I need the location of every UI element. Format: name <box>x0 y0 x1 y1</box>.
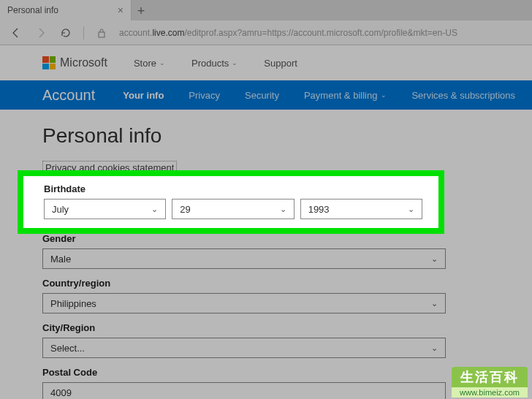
nav-payment-billing[interactable]: Payment & billing ⌄ <box>304 90 387 101</box>
url-text[interactable]: account.live.com/editprof.aspx?amru=http… <box>119 28 457 38</box>
city-label: City/Region <box>42 322 490 333</box>
birthdate-day-value: 29 <box>180 204 190 215</box>
watermark: 生活百科 www.bimeiz.com <box>452 367 528 398</box>
postal-label: Postal Code <box>42 367 490 378</box>
gender-field: Gender Male ⌄ <box>42 233 490 269</box>
url-pre: account. <box>119 28 152 38</box>
svg-rect-0 <box>99 32 104 37</box>
microsoft-logo-icon <box>42 56 56 69</box>
browser-tab-strip: Personal info × + <box>0 0 532 20</box>
nav-products[interactable]: Products ⌄ <box>191 58 238 69</box>
back-button[interactable] <box>9 26 23 40</box>
birthdate-highlight: Birthdate July ⌄ 29 ⌄ 1993 ⌄ <box>18 170 444 234</box>
refresh-button[interactable] <box>58 26 73 40</box>
account-nav: Account Your info Privacy Security Payme… <box>0 80 532 110</box>
new-tab-button[interactable]: + <box>132 1 151 20</box>
postal-field: Postal Code 4009 <box>42 367 490 399</box>
nav-support[interactable]: Support <box>264 58 297 69</box>
chevron-down-icon: ⌄ <box>232 59 238 66</box>
chevron-down-icon: ⌄ <box>151 205 158 214</box>
city-select[interactable]: Select... ⌄ <box>42 338 446 358</box>
nav-security[interactable]: Security <box>245 90 279 101</box>
birthdate-day-select[interactable]: 29 ⌄ <box>172 199 294 219</box>
city-value: Select... <box>50 343 85 354</box>
nav-services[interactable]: Services & subscriptions <box>411 90 515 101</box>
gender-label: Gender <box>42 233 490 244</box>
country-label: Country/region <box>42 278 490 289</box>
postal-input[interactable]: 4009 <box>42 382 446 399</box>
gender-select[interactable]: Male ⌄ <box>42 248 446 269</box>
microsoft-logo[interactable]: Microsoft <box>42 56 107 69</box>
nav-your-info[interactable]: Your info <box>123 90 164 101</box>
country-value: Philippines <box>50 298 96 309</box>
browser-tab[interactable]: Personal info × <box>0 0 132 20</box>
birthdate-label: Birthdate <box>44 183 422 194</box>
lock-icon <box>94 26 109 40</box>
chevron-down-icon: ⌄ <box>408 205 414 214</box>
chevron-down-icon: ⌄ <box>431 254 438 264</box>
birthdate-year-value: 1993 <box>308 204 330 215</box>
url-path: /editprof.aspx?amru=https://account.micr… <box>184 28 457 38</box>
microsoft-logo-text: Microsoft <box>60 56 107 69</box>
close-tab-icon[interactable]: × <box>118 4 123 16</box>
tab-title: Personal info <box>7 5 58 15</box>
watermark-url: www.bimeiz.com <box>452 387 528 398</box>
url-domain: live.com <box>152 28 184 38</box>
separator <box>83 26 84 39</box>
address-bar: account.live.com/editprof.aspx?amru=http… <box>0 20 532 45</box>
nav-privacy[interactable]: Privacy <box>189 90 220 101</box>
account-nav-title[interactable]: Account <box>42 87 95 104</box>
chevron-down-icon: ⌄ <box>381 91 387 99</box>
ms-header: Microsoft Store ⌄ Products ⌄ Support <box>0 45 532 80</box>
forward-button[interactable] <box>34 26 48 40</box>
chevron-down-icon: ⌄ <box>280 205 286 214</box>
chevron-down-icon: ⌄ <box>431 343 438 353</box>
country-field: Country/region Philippines ⌄ <box>42 278 490 314</box>
city-field: City/Region Select... ⌄ <box>42 322 490 358</box>
country-select[interactable]: Philippines ⌄ <box>42 293 446 314</box>
nav-store[interactable]: Store ⌄ <box>134 58 165 69</box>
chevron-down-icon: ⌄ <box>159 59 165 66</box>
content-area: Personal info Privacy and cookies statem… <box>0 110 532 399</box>
birthdate-year-select[interactable]: 1993 ⌄ <box>300 199 422 219</box>
gender-value: Male <box>50 254 71 265</box>
birthdate-month-value: July <box>52 204 69 215</box>
page-title: Personal info <box>42 124 490 148</box>
postal-value: 4009 <box>50 387 72 398</box>
watermark-text: 生活百科 <box>452 367 528 387</box>
birthdate-month-select[interactable]: July ⌄ <box>44 199 166 219</box>
chevron-down-icon: ⌄ <box>431 299 438 308</box>
